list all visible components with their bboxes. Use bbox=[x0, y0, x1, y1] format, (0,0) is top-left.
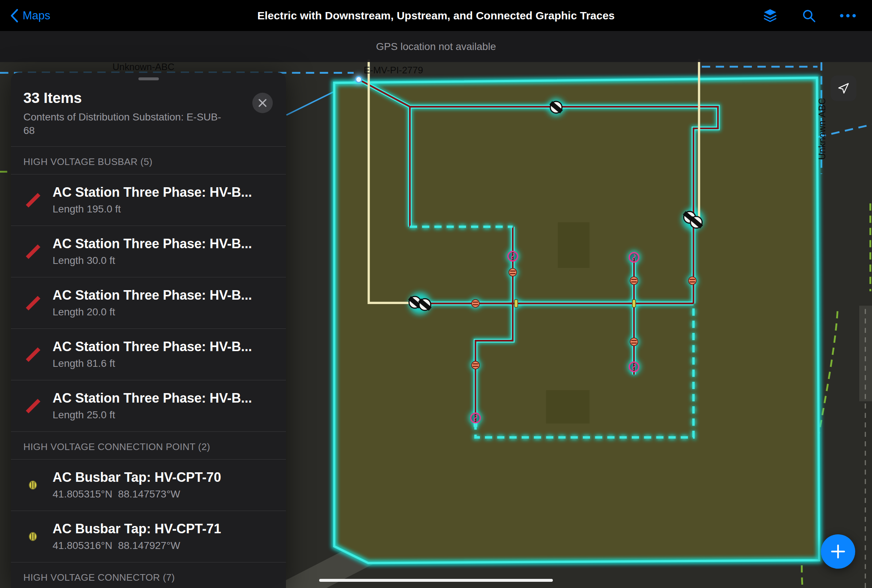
list-item[interactable]: AC Busbar Tap: HV-CPT-7041.805315°N 88.1… bbox=[11, 459, 286, 511]
list-item[interactable]: AC Station Three Phase: HV-B...Length 81… bbox=[11, 328, 286, 380]
panel-subtitle: Contents of Distribution Substation: E-S… bbox=[23, 111, 222, 138]
tap-icon bbox=[21, 531, 45, 542]
busbar-line-icon bbox=[21, 294, 45, 312]
item-subtitle: Length 25.0 ft bbox=[53, 409, 252, 421]
busbar-line-icon bbox=[21, 396, 45, 416]
page-title: Electric with Downstream, Upstream, and … bbox=[257, 9, 615, 22]
transformer-symbol[interactable] bbox=[471, 413, 480, 423]
search-button[interactable] bbox=[801, 8, 816, 23]
close-button[interactable] bbox=[252, 93, 273, 113]
layers-button[interactable] bbox=[762, 7, 779, 24]
section-header: HIGH VOLTAGE CONNECTION POINT (2) bbox=[11, 431, 286, 459]
drag-handle[interactable] bbox=[138, 77, 159, 80]
back-button[interactable]: Maps bbox=[0, 8, 50, 23]
transformer-symbol[interactable] bbox=[629, 362, 639, 372]
back-label: Maps bbox=[23, 9, 50, 22]
more-button[interactable] bbox=[839, 14, 857, 18]
fuse-symbol[interactable] bbox=[509, 268, 517, 276]
locate-button[interactable] bbox=[831, 75, 856, 101]
fuse-symbol[interactable] bbox=[471, 300, 479, 308]
item-subtitle: Length 81.6 ft bbox=[53, 358, 252, 369]
busbar-tap-symbol[interactable] bbox=[515, 300, 518, 308]
plus-icon bbox=[830, 544, 846, 559]
transformer-symbol[interactable] bbox=[508, 252, 518, 261]
list-item[interactable]: AC Station Three Phase: HV-B...Length 30… bbox=[11, 226, 286, 277]
section-header: HIGH VOLTAGE BUSBAR (5) bbox=[11, 146, 286, 174]
list-item[interactable]: AC Station Three Phase: HV-B...Length 19… bbox=[11, 174, 286, 226]
item-subtitle: Length 195.0 ft bbox=[53, 203, 252, 215]
gps-status-text: GPS location not available bbox=[376, 41, 496, 52]
panel-title: 33 Items bbox=[23, 90, 239, 106]
substation-parcel[interactable] bbox=[334, 78, 819, 563]
pole-point-symbol[interactable] bbox=[356, 76, 362, 82]
fuse-symbol[interactable] bbox=[471, 362, 479, 369]
fuse-symbol[interactable] bbox=[630, 277, 638, 284]
map-label-pole: E-MV-PI-2779 bbox=[364, 65, 423, 75]
busbar-line-icon bbox=[21, 190, 45, 210]
fuse-symbol[interactable] bbox=[630, 338, 638, 346]
map-label-unknown-abc-top: Unknown-ABC bbox=[113, 62, 174, 72]
navigation-arrow-icon bbox=[836, 81, 851, 96]
ellipsis-icon bbox=[839, 14, 857, 18]
tap-icon bbox=[21, 480, 45, 490]
gps-status-banner: GPS location not available bbox=[0, 31, 872, 62]
fuse-symbol[interactable] bbox=[688, 277, 696, 284]
item-title: AC Station Three Phase: HV-B... bbox=[53, 288, 252, 303]
item-title: AC Station Three Phase: HV-B... bbox=[53, 339, 252, 354]
item-title: AC Station Three Phase: HV-B... bbox=[53, 236, 252, 252]
home-indicator[interactable] bbox=[319, 579, 553, 582]
item-title: AC Busbar Tap: HV-CPT-70 bbox=[53, 470, 221, 485]
item-title: AC Busbar Tap: HV-CPT-71 bbox=[53, 521, 221, 537]
search-icon bbox=[801, 8, 816, 23]
navigation-bar: Maps Electric with Downstream, Upstream,… bbox=[0, 0, 872, 31]
map-label-unknown-abc-right: Unknown-ABC bbox=[817, 98, 827, 160]
add-button[interactable] bbox=[821, 534, 855, 568]
results-list: HIGH VOLTAGE BUSBAR (5)AC Station Three … bbox=[11, 146, 286, 588]
list-item[interactable]: AC Busbar Tap: HV-CPT-7141.805316°N 88.1… bbox=[11, 511, 286, 562]
item-subtitle: 41.805315°N 88.147573°W bbox=[53, 488, 221, 500]
items-panel: 33 Items Contents of Distribution Substa… bbox=[11, 72, 286, 588]
busbar-line-icon bbox=[21, 242, 45, 261]
layers-icon bbox=[762, 7, 779, 24]
item-subtitle: 41.805316°N 88.147927°W bbox=[53, 540, 221, 552]
busbar-line-icon bbox=[21, 345, 45, 364]
transformer-symbol[interactable] bbox=[629, 253, 639, 262]
item-subtitle: Length 20.0 ft bbox=[53, 306, 252, 318]
item-title: AC Station Three Phase: HV-B... bbox=[53, 184, 252, 200]
close-icon bbox=[258, 98, 267, 108]
busbar-tap-symbol[interactable] bbox=[632, 300, 636, 308]
item-title: AC Station Three Phase: HV-B... bbox=[53, 390, 252, 406]
back-chevron-icon bbox=[9, 8, 19, 23]
section-header: HIGH VOLTAGE CONNECTOR (7) bbox=[11, 562, 286, 588]
list-item[interactable]: AC Station Three Phase: HV-B...Length 20… bbox=[11, 277, 286, 328]
item-subtitle: Length 30.0 ft bbox=[53, 255, 252, 267]
list-item[interactable]: AC Station Three Phase: HV-B...Length 25… bbox=[11, 380, 286, 431]
